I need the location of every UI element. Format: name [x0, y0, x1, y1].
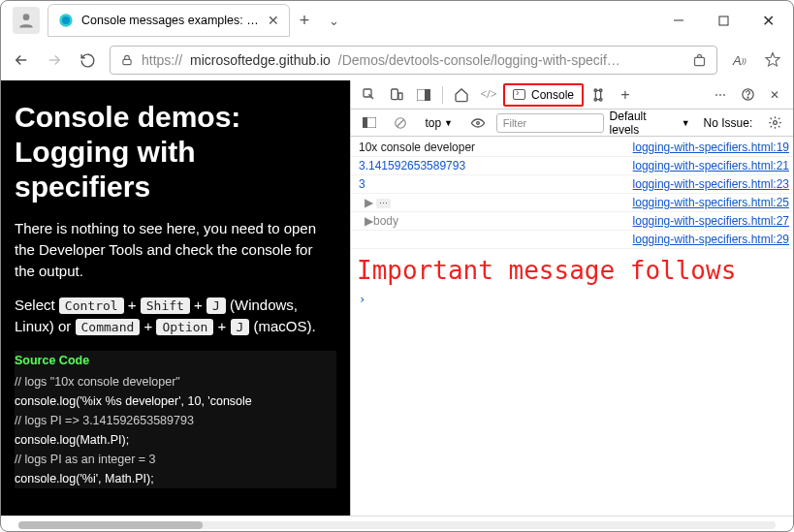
shortcut-info: Select Control + Shift + J (Windows, Lin… [15, 295, 336, 337]
svg-rect-9 [398, 93, 402, 100]
elements-tab-icon[interactable]: </> [476, 83, 501, 107]
svg-point-0 [23, 14, 30, 20]
svg-point-17 [747, 97, 748, 98]
profile-avatar[interactable] [13, 7, 40, 34]
source-link[interactable]: logging-with-specifiers.html:25 [633, 196, 789, 209]
kbd-j2: J [231, 319, 250, 335]
tab-close-icon[interactable]: ✕ [268, 13, 279, 28]
source-link[interactable]: logging-with-specifiers.html:27 [633, 214, 789, 228]
console-tab[interactable]: Console [503, 83, 584, 107]
device-icon[interactable] [384, 83, 409, 107]
window-controls: ✕ [657, 6, 789, 35]
source-line: console.log('%ix %s developer', 10, 'con… [15, 391, 336, 411]
devtools-panel: </> Console + ⋯ ✕ top ▼ Filter Default l… [350, 80, 793, 516]
new-tab-button[interactable]: + [290, 6, 319, 35]
console-message-row[interactable]: ▶ ⋯ logging-with-specifiers.html:25 [351, 194, 793, 212]
console-message-row[interactable]: ▶bodylogging-with-specifiers.html:27 [351, 212, 793, 231]
source-line: console.log('%i', Math.PI); [15, 469, 336, 488]
svg-rect-5 [123, 59, 131, 64]
favorite-button[interactable] [762, 49, 783, 71]
console-messages[interactable]: 10x console developerlogging-with-specif… [351, 137, 793, 516]
console-prompt[interactable]: › [351, 291, 793, 308]
source-line: console.log(Math.PI); [15, 430, 336, 450]
source-link[interactable]: logging-with-specifiers.html:29 [633, 233, 789, 246]
source-header: Source Code [15, 351, 336, 370]
context-selector[interactable]: top ▼ [418, 114, 460, 132]
more-tabs-button[interactable]: + [613, 83, 638, 107]
svg-rect-4 [719, 16, 728, 25]
url-host: microsoftedge.github.io [190, 52, 331, 68]
edge-favicon-icon [58, 13, 74, 28]
status-bar [1, 516, 793, 532]
kbd-j: J [206, 297, 226, 314]
svg-rect-8 [392, 89, 398, 100]
source-line: // logs PI => 3.141592653589793 [15, 411, 336, 430]
browser-tab[interactable]: Console messages examples: Lo ✕ [48, 4, 290, 37]
svg-rect-11 [425, 89, 430, 101]
kbd-option: Option [156, 319, 213, 335]
log-levels[interactable]: Default levels ▼ [610, 110, 690, 137]
console-message-row[interactable]: 3.141592653589793logging-with-specifiers… [351, 157, 793, 175]
help-icon[interactable] [735, 83, 760, 107]
devtools-close-icon[interactable]: ✕ [762, 83, 787, 107]
source-code-block: Source Code // logs "10x console develop… [15, 351, 336, 488]
console-toolbar: top ▼ Filter Default levels ▼ No Issue: [351, 110, 793, 137]
issues-count[interactable]: No Issue: [704, 116, 753, 130]
console-message-row[interactable]: logging-with-specifiers.html:29 [351, 231, 793, 249]
more-icon[interactable]: ⋯ [708, 83, 733, 107]
console-message-row[interactable]: 3logging-with-specifiers.html:23 [351, 175, 793, 194]
svg-rect-6 [695, 57, 705, 65]
scrollbar-thumb[interactable] [18, 521, 203, 529]
maximize-button[interactable] [702, 6, 745, 35]
content-area: Console demos: Logging with specifiers T… [1, 80, 793, 516]
url-input[interactable]: https://microsoftedge.github.io/Demos/de… [110, 46, 717, 75]
kbd-shift: Shift [141, 297, 190, 314]
page-intro: There is nothing to see here, you need t… [15, 218, 336, 281]
inspect-icon[interactable] [357, 83, 382, 107]
sidebar-toggle-icon[interactable] [357, 111, 382, 135]
address-bar: https://microsoftedge.github.io/Demos/de… [1, 40, 793, 80]
forward-button [44, 49, 65, 71]
back-button[interactable] [11, 49, 32, 71]
console-styled-message: Important message follows [351, 249, 793, 291]
console-message-row[interactable]: 10x console developerlogging-with-specif… [351, 139, 793, 157]
live-expression-icon[interactable] [465, 111, 491, 135]
url-scheme: https:// [142, 52, 182, 68]
url-path: /Demos/devtools-console/logging-with-spe… [338, 52, 620, 68]
lock-icon [120, 53, 134, 67]
welcome-tab-icon[interactable] [449, 83, 474, 107]
read-aloud-button[interactable]: A)) [729, 49, 750, 71]
person-icon [16, 11, 36, 30]
dock-icon[interactable] [411, 83, 436, 107]
source-line: // logs PI as an integer = 3 [15, 450, 336, 469]
web-page: Console demos: Logging with specifiers T… [1, 80, 350, 516]
svg-point-21 [477, 121, 480, 124]
divider [442, 86, 443, 104]
source-link[interactable]: logging-with-specifiers.html:19 [633, 141, 789, 154]
svg-rect-19 [363, 117, 367, 128]
kbd-control: Control [59, 297, 124, 314]
titlebar: Console messages examples: Lo ✕ + ⌄ ✕ [1, 1, 793, 40]
close-window-button[interactable]: ✕ [746, 6, 789, 35]
shopping-icon[interactable] [692, 53, 707, 68]
clear-console-icon[interactable] [388, 111, 413, 135]
horizontal-scrollbar[interactable] [18, 521, 776, 529]
source-link[interactable]: logging-with-specifiers.html:21 [633, 159, 789, 172]
tab-title: Console messages examples: Lo [81, 14, 260, 27]
filter-input[interactable]: Filter [496, 113, 604, 133]
source-link[interactable]: logging-with-specifiers.html:23 [633, 177, 789, 191]
tab-actions-button[interactable]: ⌄ [319, 6, 348, 35]
source-line: // logs "10x console developer" [15, 372, 336, 391]
sources-tab-icon[interactable] [586, 83, 611, 107]
devtools-tab-bar: </> Console + ⋯ ✕ [351, 80, 793, 110]
console-icon [513, 89, 525, 100]
refresh-button[interactable] [77, 49, 98, 71]
console-settings-icon[interactable] [762, 111, 787, 135]
svg-point-2 [62, 16, 70, 24]
kbd-command: Command [76, 319, 141, 335]
page-heading: Console demos: Logging with specifiers [15, 100, 336, 204]
minimize-button[interactable] [657, 6, 700, 35]
svg-point-22 [773, 121, 777, 125]
